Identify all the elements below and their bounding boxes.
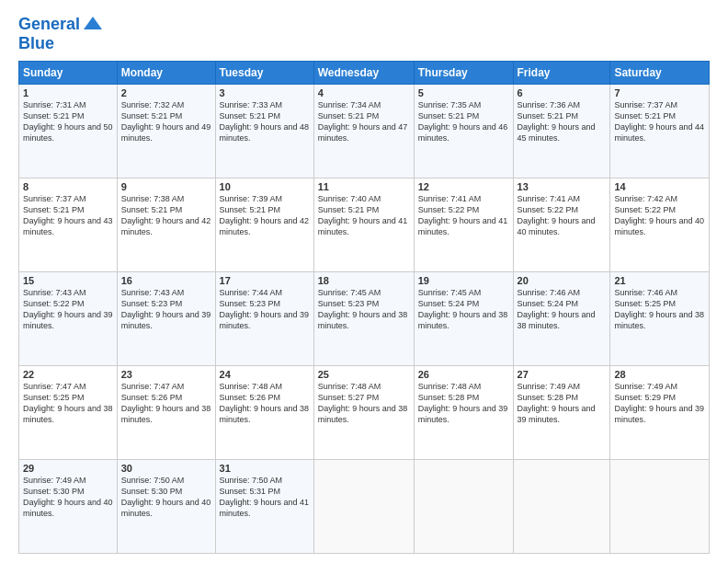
day-number: 18 xyxy=(318,275,410,286)
day-number: 8 xyxy=(23,181,113,192)
day-number: 17 xyxy=(220,275,310,286)
calendar-page: General Blue SundayMondayTuesdayWednesda… xyxy=(0,0,728,563)
day-info: Sunrise: 7:50 AMSunset: 5:30 PMDaylight:… xyxy=(121,476,211,518)
day-info: Sunrise: 7:46 AMSunset: 5:24 PMDaylight:… xyxy=(518,288,596,330)
day-info: Sunrise: 7:48 AMSunset: 5:26 PMDaylight:… xyxy=(220,382,310,424)
weekday-header-monday: Monday xyxy=(117,61,215,84)
weekday-header-sunday: Sunday xyxy=(19,61,118,84)
weekday-header-saturday: Saturday xyxy=(610,61,710,84)
day-number: 24 xyxy=(220,369,310,380)
day-number: 1 xyxy=(23,87,113,98)
calendar-cell: 24 Sunrise: 7:48 AMSunset: 5:26 PMDaylig… xyxy=(215,365,313,459)
day-number: 3 xyxy=(220,87,310,98)
day-info: Sunrise: 7:45 AMSunset: 5:23 PMDaylight:… xyxy=(318,288,408,330)
day-info: Sunrise: 7:33 AMSunset: 5:21 PMDaylight:… xyxy=(220,100,310,143)
day-number: 21 xyxy=(614,275,705,286)
weekday-header-friday: Friday xyxy=(513,61,610,84)
calendar-cell: 30 Sunrise: 7:50 AMSunset: 5:30 PMDaylig… xyxy=(117,459,215,553)
day-info: Sunrise: 7:48 AMSunset: 5:28 PMDaylight:… xyxy=(418,382,508,424)
weekday-header-thursday: Thursday xyxy=(414,61,513,84)
calendar-cell xyxy=(513,459,610,553)
calendar-cell: 1 Sunrise: 7:31 AMSunset: 5:21 PMDayligh… xyxy=(19,84,118,178)
day-number: 4 xyxy=(318,87,410,98)
calendar-cell: 3 Sunrise: 7:33 AMSunset: 5:21 PMDayligh… xyxy=(215,84,313,178)
day-number: 9 xyxy=(121,181,211,192)
calendar-cell: 25 Sunrise: 7:48 AMSunset: 5:27 PMDaylig… xyxy=(313,365,414,459)
logo-text-line1: General xyxy=(18,16,80,34)
day-info: Sunrise: 7:47 AMSunset: 5:25 PMDaylight:… xyxy=(23,382,113,424)
day-number: 2 xyxy=(121,87,211,98)
day-info: Sunrise: 7:39 AMSunset: 5:21 PMDaylight:… xyxy=(220,194,310,236)
calendar-cell: 22 Sunrise: 7:47 AMSunset: 5:25 PMDaylig… xyxy=(19,365,118,459)
calendar-cell: 18 Sunrise: 7:45 AMSunset: 5:23 PMDaylig… xyxy=(313,271,414,365)
day-number: 6 xyxy=(518,87,607,98)
day-info: Sunrise: 7:37 AMSunset: 5:21 PMDaylight:… xyxy=(614,100,704,143)
day-number: 13 xyxy=(518,181,607,192)
day-number: 14 xyxy=(614,181,705,192)
calendar-cell: 2 Sunrise: 7:32 AMSunset: 5:21 PMDayligh… xyxy=(117,84,215,178)
day-info: Sunrise: 7:40 AMSunset: 5:21 PMDaylight:… xyxy=(318,194,408,236)
day-number: 27 xyxy=(518,369,607,380)
day-info: Sunrise: 7:34 AMSunset: 5:21 PMDaylight:… xyxy=(318,100,408,143)
calendar-week-5: 29 Sunrise: 7:49 AMSunset: 5:30 PMDaylig… xyxy=(19,459,710,553)
logo-text-line2: Blue xyxy=(18,35,104,53)
calendar-cell: 9 Sunrise: 7:38 AMSunset: 5:21 PMDayligh… xyxy=(117,178,215,271)
calendar-cell: 29 Sunrise: 7:49 AMSunset: 5:30 PMDaylig… xyxy=(19,459,118,553)
calendar-cell xyxy=(610,459,710,553)
day-info: Sunrise: 7:45 AMSunset: 5:24 PMDaylight:… xyxy=(418,288,508,330)
day-info: Sunrise: 7:46 AMSunset: 5:25 PMDaylight:… xyxy=(614,288,704,330)
day-info: Sunrise: 7:36 AMSunset: 5:21 PMDaylight:… xyxy=(518,100,596,143)
calendar-week-2: 8 Sunrise: 7:37 AMSunset: 5:21 PMDayligh… xyxy=(19,178,710,271)
day-info: Sunrise: 7:48 AMSunset: 5:27 PMDaylight:… xyxy=(318,382,408,424)
calendar-table: SundayMondayTuesdayWednesdayThursdayFrid… xyxy=(18,61,710,554)
calendar-cell: 31 Sunrise: 7:50 AMSunset: 5:31 PMDaylig… xyxy=(215,459,313,553)
day-number: 10 xyxy=(220,181,310,192)
calendar-cell: 21 Sunrise: 7:46 AMSunset: 5:25 PMDaylig… xyxy=(610,271,710,365)
day-number: 15 xyxy=(23,275,113,286)
weekday-header-tuesday: Tuesday xyxy=(215,61,313,84)
day-number: 5 xyxy=(418,87,509,98)
calendar-cell: 4 Sunrise: 7:34 AMSunset: 5:21 PMDayligh… xyxy=(313,84,414,178)
day-number: 19 xyxy=(418,275,509,286)
day-info: Sunrise: 7:50 AMSunset: 5:31 PMDaylight:… xyxy=(220,476,310,518)
day-info: Sunrise: 7:41 AMSunset: 5:22 PMDaylight:… xyxy=(518,194,596,236)
day-number: 26 xyxy=(418,369,509,380)
day-info: Sunrise: 7:49 AMSunset: 5:30 PMDaylight:… xyxy=(23,476,113,518)
header: General Blue xyxy=(18,15,710,53)
calendar-cell: 14 Sunrise: 7:42 AMSunset: 5:22 PMDaylig… xyxy=(610,178,710,271)
calendar-cell: 10 Sunrise: 7:39 AMSunset: 5:21 PMDaylig… xyxy=(215,178,313,271)
calendar-cell: 26 Sunrise: 7:48 AMSunset: 5:28 PMDaylig… xyxy=(414,365,513,459)
day-number: 29 xyxy=(23,463,113,474)
calendar-cell xyxy=(414,459,513,553)
calendar-week-3: 15 Sunrise: 7:43 AMSunset: 5:22 PMDaylig… xyxy=(19,271,710,365)
day-number: 30 xyxy=(121,463,211,474)
day-info: Sunrise: 7:32 AMSunset: 5:21 PMDaylight:… xyxy=(121,100,211,143)
day-info: Sunrise: 7:31 AMSunset: 5:21 PMDaylight:… xyxy=(23,100,113,143)
day-number: 28 xyxy=(614,369,705,380)
day-number: 23 xyxy=(121,369,211,380)
day-info: Sunrise: 7:43 AMSunset: 5:22 PMDaylight:… xyxy=(23,288,113,330)
day-number: 22 xyxy=(23,369,113,380)
calendar-cell: 11 Sunrise: 7:40 AMSunset: 5:21 PMDaylig… xyxy=(313,178,414,271)
calendar-week-4: 22 Sunrise: 7:47 AMSunset: 5:25 PMDaylig… xyxy=(19,365,710,459)
day-info: Sunrise: 7:47 AMSunset: 5:26 PMDaylight:… xyxy=(121,382,211,424)
calendar-cell: 28 Sunrise: 7:49 AMSunset: 5:29 PMDaylig… xyxy=(610,365,710,459)
calendar-cell: 20 Sunrise: 7:46 AMSunset: 5:24 PMDaylig… xyxy=(513,271,610,365)
logo: General Blue xyxy=(18,15,104,53)
weekday-header-row: SundayMondayTuesdayWednesdayThursdayFrid… xyxy=(19,61,710,84)
day-info: Sunrise: 7:49 AMSunset: 5:28 PMDaylight:… xyxy=(518,382,596,424)
day-number: 7 xyxy=(614,87,705,98)
day-info: Sunrise: 7:35 AMSunset: 5:21 PMDaylight:… xyxy=(418,100,508,143)
day-info: Sunrise: 7:42 AMSunset: 5:22 PMDaylight:… xyxy=(614,194,704,236)
calendar-cell: 6 Sunrise: 7:36 AMSunset: 5:21 PMDayligh… xyxy=(513,84,610,178)
calendar-cell: 16 Sunrise: 7:43 AMSunset: 5:23 PMDaylig… xyxy=(117,271,215,365)
calendar-cell: 27 Sunrise: 7:49 AMSunset: 5:28 PMDaylig… xyxy=(513,365,610,459)
calendar-week-1: 1 Sunrise: 7:31 AMSunset: 5:21 PMDayligh… xyxy=(19,84,710,178)
calendar-cell: 12 Sunrise: 7:41 AMSunset: 5:22 PMDaylig… xyxy=(414,178,513,271)
day-info: Sunrise: 7:49 AMSunset: 5:29 PMDaylight:… xyxy=(614,382,704,424)
calendar-cell: 5 Sunrise: 7:35 AMSunset: 5:21 PMDayligh… xyxy=(414,84,513,178)
calendar-cell: 19 Sunrise: 7:45 AMSunset: 5:24 PMDaylig… xyxy=(414,271,513,365)
calendar-cell xyxy=(313,459,414,553)
calendar-cell: 7 Sunrise: 7:37 AMSunset: 5:21 PMDayligh… xyxy=(610,84,710,178)
weekday-header-wednesday: Wednesday xyxy=(313,61,414,84)
